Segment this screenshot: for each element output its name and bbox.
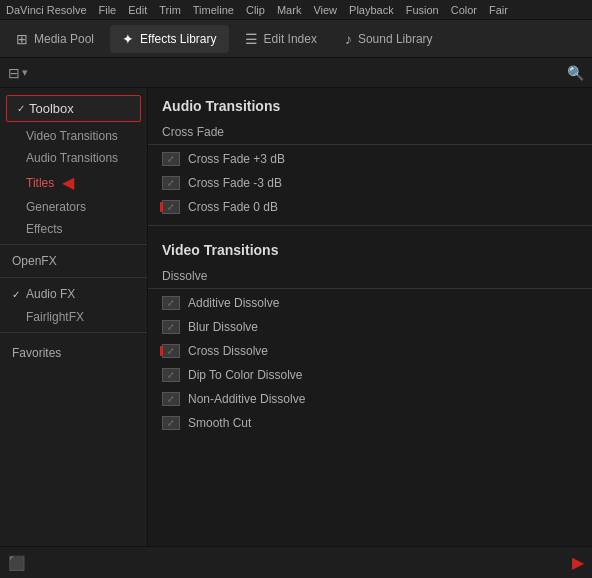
menu-item-fusion[interactable]: Fusion [406, 4, 439, 16]
generators-label: Generators [26, 200, 86, 214]
sidebar-divider-2 [0, 277, 147, 278]
favorites-label: Favorites [12, 346, 61, 360]
effect-icon-dip-color [162, 368, 180, 382]
titles-label: Titles [26, 176, 54, 190]
bottom-bar: ⬛ ▶ [0, 546, 592, 578]
menu-item-clip[interactable]: Clip [246, 4, 265, 16]
effect-icon-cf-minus3 [162, 176, 180, 190]
tab-media-pool[interactable]: ⊞ Media Pool [4, 25, 106, 53]
tab-effects-library[interactable]: ✦ Effects Library [110, 25, 228, 53]
effect-icon-smooth-cut [162, 416, 180, 430]
panel-toggle-icon: ⊟ [8, 65, 20, 81]
menu-item-edit[interactable]: Edit [128, 4, 147, 16]
fairlightfx-label: FairlightFX [26, 310, 84, 324]
effect-cross-fade-3db-negative[interactable]: Cross Fade -3 dB [148, 171, 592, 195]
effect-icon-additive-dissolve [162, 296, 180, 310]
search-bar: ⊟ ▾ 🔍 [0, 58, 592, 88]
panel-toggle[interactable]: ⊟ ▾ [8, 65, 28, 81]
audio-transitions-header: Audio Transitions [148, 88, 592, 120]
menu-item-file[interactable]: File [99, 4, 117, 16]
effects-library-icon: ✦ [122, 31, 134, 47]
effect-dip-to-color[interactable]: Dip To Color Dissolve [148, 363, 592, 387]
sidebar-divider-1 [0, 244, 147, 245]
video-transitions-header: Video Transitions [148, 232, 592, 264]
tab-sound-library[interactable]: ♪ Sound Library [333, 25, 445, 53]
effect-icon-blur-dissolve [162, 320, 180, 334]
effect-cross-fade-0db[interactable]: Cross Fade 0 dB [148, 195, 592, 219]
sidebar-item-favorites[interactable]: Favorites [0, 341, 147, 365]
section-divider-1 [148, 225, 592, 226]
effect-additive-dissolve[interactable]: Additive Dissolve [148, 291, 592, 315]
right-panel: Audio Transitions Cross Fade Cross Fade … [148, 88, 592, 546]
audiofx-chevron: ✓ [12, 289, 20, 300]
effect-icon-non-additive [162, 392, 180, 406]
menu-item-color[interactable]: Color [451, 4, 477, 16]
effect-label-cross-dissolve: Cross Dissolve [188, 344, 268, 358]
sidebar-item-fairlightfx[interactable]: FairlightFX [0, 306, 147, 328]
tab-media-pool-label: Media Pool [34, 32, 94, 46]
sidebar-item-video-transitions[interactable]: Video Transitions [0, 125, 147, 147]
toolbox-chevron: ✓ [17, 103, 25, 114]
sidebar: ✓ Toolbox Video Transitions Audio Transi… [0, 88, 148, 546]
sidebar-item-audio-transitions[interactable]: Audio Transitions [0, 147, 147, 169]
effect-label-cf-0: Cross Fade 0 dB [188, 200, 278, 214]
effect-cross-dissolve[interactable]: Cross Dissolve [148, 339, 592, 363]
menu-item-playback[interactable]: Playback [349, 4, 394, 16]
effect-blur-dissolve[interactable]: Blur Dissolve [148, 315, 592, 339]
tab-edit-index-label: Edit Index [264, 32, 317, 46]
effect-label-non-additive: Non-Additive Dissolve [188, 392, 305, 406]
sidebar-toolbox-label: Toolbox [29, 101, 74, 116]
effect-non-additive-dissolve[interactable]: Non-Additive Dissolve [148, 387, 592, 411]
openfx-label: OpenFX [12, 254, 57, 268]
effects-label: Effects [26, 222, 62, 236]
sidebar-divider-3 [0, 332, 147, 333]
sidebar-item-toolbox[interactable]: ✓ Toolbox [6, 95, 141, 122]
tab-effects-library-label: Effects Library [140, 32, 216, 46]
menu-bar: DaVinci Resolve File Edit Trim Timeline … [0, 0, 592, 20]
sidebar-item-generators[interactable]: Generators [0, 196, 147, 218]
menu-item-timeline[interactable]: Timeline [193, 4, 234, 16]
effect-label-cf-plus3: Cross Fade +3 dB [188, 152, 285, 166]
panel-toggle-arrow: ▾ [22, 66, 28, 79]
menu-item-davinci[interactable]: DaVinci Resolve [6, 4, 87, 16]
effect-cross-fade-3db-positive[interactable]: Cross Fade +3 dB [148, 147, 592, 171]
menu-item-mark[interactable]: Mark [277, 4, 301, 16]
edit-index-icon: ☰ [245, 31, 258, 47]
sidebar-item-titles[interactable]: Titles ◀ [0, 169, 147, 196]
tab-bar: ⊞ Media Pool ✦ Effects Library ☰ Edit In… [0, 20, 592, 58]
menu-item-trim[interactable]: Trim [159, 4, 181, 16]
sidebar-item-openfx[interactable]: OpenFX [0, 249, 147, 273]
effect-label-smooth-cut: Smooth Cut [188, 416, 251, 430]
menu-item-view[interactable]: View [313, 4, 337, 16]
effect-label-blur-dissolve: Blur Dissolve [188, 320, 258, 334]
effect-smooth-cut[interactable]: Smooth Cut [148, 411, 592, 435]
sidebar-item-audiofx[interactable]: ✓ Audio FX [0, 282, 147, 306]
tab-edit-index[interactable]: ☰ Edit Index [233, 25, 329, 53]
main-content: ✓ Toolbox Video Transitions Audio Transi… [0, 88, 592, 546]
cursor-icon: ▶ [572, 553, 584, 572]
effect-icon-cf-plus3 [162, 152, 180, 166]
effect-label-cf-minus3: Cross Fade -3 dB [188, 176, 282, 190]
sound-library-icon: ♪ [345, 31, 352, 47]
sidebar-item-effects[interactable]: Effects [0, 218, 147, 240]
menu-item-fair[interactable]: Fair [489, 4, 508, 16]
audio-transitions-label: Audio Transitions [26, 151, 118, 165]
effect-icon-cf-0 [162, 200, 180, 214]
dissolve-header: Dissolve [148, 264, 592, 289]
audiofx-label: Audio FX [26, 287, 75, 301]
video-transitions-label: Video Transitions [26, 129, 118, 143]
tab-sound-library-label: Sound Library [358, 32, 433, 46]
monitor-icon[interactable]: ⬛ [8, 555, 25, 571]
media-pool-icon: ⊞ [16, 31, 28, 47]
search-icon[interactable]: 🔍 [567, 65, 584, 81]
effect-icon-cross-dissolve [162, 344, 180, 358]
titles-arrow-icon: ◀ [62, 173, 74, 192]
cross-fade-header: Cross Fade [148, 120, 592, 145]
effect-label-dip-color: Dip To Color Dissolve [188, 368, 303, 382]
effect-label-additive-dissolve: Additive Dissolve [188, 296, 279, 310]
